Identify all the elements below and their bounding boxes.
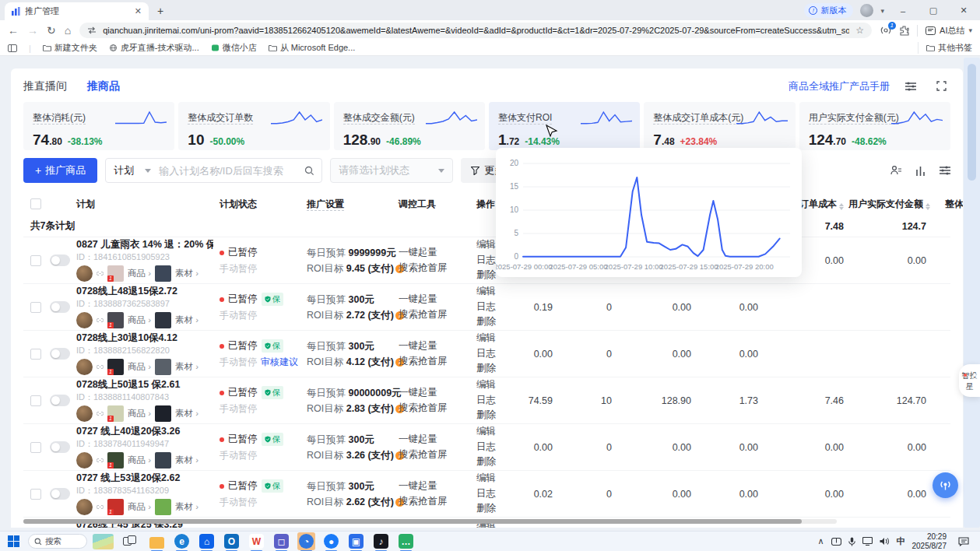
plan-title[interactable]: 0728线上48退15保2.72 [76, 286, 213, 298]
col-header-metric-5[interactable]: 用户实际支付金额 [848, 198, 931, 211]
profile-chevron-icon[interactable]: ▾ [880, 7, 884, 15]
metric-card[interactable]: 整体消耗(元) 74.80 -38.13% [23, 102, 174, 150]
bookmark-item[interactable]: 从 Microsoft Edge... [269, 42, 356, 54]
op-link[interactable]: 编辑 [476, 331, 511, 346]
product-link[interactable]: 商品 › [128, 314, 151, 325]
bookmark-item[interactable]: 新建文件夹 [43, 42, 97, 54]
plan-status-select[interactable]: 请筛选计划状态 [330, 158, 453, 183]
row-checkbox[interactable] [30, 442, 41, 453]
address-bar[interactable]: qianchuan.jinritemai.com/uni-prom?aavid=… [79, 23, 872, 38]
row-enable-toggle[interactable] [50, 348, 70, 360]
row-checkbox[interactable] [30, 255, 41, 266]
material-link[interactable]: 素材 › [175, 454, 198, 465]
plan-title[interactable]: 0728线上30退10保4.12 [76, 332, 213, 345]
row-enable-toggle[interactable] [50, 301, 70, 313]
tool-link[interactable]: 一键起量 [399, 432, 476, 447]
weather-widget[interactable] [93, 534, 114, 549]
op-link[interactable]: 编辑 [476, 377, 511, 392]
new-tab-button[interactable]: + [152, 2, 169, 19]
tool-link[interactable]: 搜索抢首屏 [399, 447, 476, 462]
material-link[interactable]: 素材 › [175, 314, 198, 325]
review-suggestion-link[interactable]: 审核建议 [261, 356, 298, 367]
tool-link[interactable]: 一键起量 [399, 245, 476, 260]
columns-chart-icon[interactable] [915, 166, 926, 176]
product-manual-link[interactable]: 商品全域推广产品手册 [789, 79, 890, 93]
taskbar-app-app-blue[interactable]: ▣ [347, 532, 365, 550]
col-header-metric-6[interactable]: 整体 [931, 198, 963, 211]
home-button[interactable]: ⌂ [65, 25, 71, 36]
vertical-scrollbar-thumb[interactable] [968, 64, 976, 181]
op-link[interactable]: 日志 [476, 440, 511, 454]
taskbar-app-file-explorer[interactable] [148, 532, 166, 550]
op-link[interactable]: 日志 [476, 393, 511, 408]
taskbar-app-douyin[interactable]: ♪ [372, 532, 390, 550]
row-checkbox[interactable] [30, 395, 41, 406]
sort-icon[interactable] [926, 203, 930, 210]
forward-button[interactable]: → [27, 25, 38, 36]
row-enable-toggle[interactable] [50, 395, 70, 406]
column-settings-icon[interactable] [940, 166, 950, 175]
plan-title[interactable]: 0727 线上40退20保3.26 [76, 426, 213, 438]
promote-product-button[interactable]: +推广商品 [23, 158, 97, 183]
taskbar-search[interactable]: 搜索 [28, 534, 87, 549]
notification-extension-icon[interactable]: 1 [880, 25, 891, 36]
tool-link[interactable]: 搜索抢首屏 [399, 494, 476, 509]
taskbar-app-wechat-store[interactable]: … [397, 532, 415, 550]
row-enable-toggle[interactable] [50, 441, 70, 453]
op-link[interactable]: 编辑 [476, 424, 511, 439]
touchpad-icon[interactable] [831, 538, 841, 546]
row-checkbox[interactable] [30, 302, 41, 313]
other-bookmarks-button[interactable]: 其他书签 [918, 42, 972, 54]
taskbar-app-app-blue-dot[interactable]: ● [322, 532, 340, 550]
row-enable-toggle[interactable] [50, 488, 70, 500]
search-scope-select[interactable]: 计划 [106, 163, 159, 177]
product-link[interactable]: 商品 › [128, 501, 151, 512]
op-link[interactable]: 编辑 [476, 471, 511, 486]
assistant-widget[interactable]: 智投星 [959, 364, 980, 397]
taskbar-app-app-purple[interactable]: ◻ [272, 532, 290, 550]
row-checkbox[interactable] [30, 349, 41, 360]
taskbar-app-outlook[interactable]: O [223, 532, 241, 550]
tool-link[interactable]: 搜索抢首屏 [399, 261, 476, 276]
select-all-checkbox[interactable] [30, 198, 41, 209]
taskbar-app-edge-browser[interactable]: e [173, 532, 191, 550]
window-restore-button[interactable]: ▢ [922, 5, 945, 16]
new-version-button[interactable]: !新版本 [804, 3, 853, 18]
taskbar-app-microsoft-store[interactable]: ⌂ [198, 532, 216, 550]
plan-title[interactable]: 0827 儿童雨衣 14% 退：20% 保：9.92 [76, 239, 213, 251]
vertical-scrollbar[interactable] [964, 58, 980, 528]
bookmark-item[interactable]: 虎牙直播-技术驱动... [109, 42, 199, 54]
tool-link[interactable]: 一键起量 [399, 385, 476, 400]
microphone-icon[interactable] [848, 537, 855, 546]
fullscreen-icon[interactable] [932, 77, 950, 96]
tray-chevron-up-icon[interactable]: ∧ [817, 536, 824, 546]
product-link[interactable]: 商品 › [128, 361, 151, 372]
op-link[interactable]: 删除 [476, 314, 511, 329]
extensions-puzzle-icon[interactable] [899, 26, 909, 36]
tool-link[interactable]: 搜索抢首屏 [399, 354, 476, 369]
product-link[interactable]: 商品 › [128, 454, 151, 465]
page-tab-推直播间[interactable]: 推直播间 [23, 79, 67, 93]
tool-link[interactable]: 一键起量 [399, 339, 476, 353]
taskbar-app-qianchuan-browser[interactable]: ◔ [297, 532, 315, 550]
side-panel-icon[interactable] [8, 44, 17, 53]
display-settings-icon[interactable] [901, 77, 920, 96]
ime-indicator[interactable]: 中 [897, 535, 905, 547]
op-link[interactable]: 日志 [476, 486, 511, 501]
material-link[interactable]: 素材 › [175, 268, 198, 279]
ai-summary-button[interactable]: AI总结 ▾ [917, 25, 972, 37]
op-link[interactable]: 删除 [476, 408, 511, 423]
notification-center-icon[interactable] [958, 537, 969, 546]
taskbar-clock[interactable]: 20:29 2025/8/27 [912, 532, 947, 550]
page-tab-推商品[interactable]: 推商品 [87, 79, 120, 93]
task-view-button[interactable] [123, 535, 136, 547]
tool-link[interactable]: 一键起量 [399, 479, 476, 493]
taskbar-app-wps-office[interactable]: W [248, 532, 265, 550]
window-close-button[interactable]: ✕ [952, 5, 975, 16]
row-enable-toggle[interactable] [50, 254, 70, 266]
metric-card[interactable]: 整体支付ROI 1.72 -14.43% [489, 102, 640, 150]
op-link[interactable]: 日志 [476, 300, 511, 314]
search-icon[interactable] [297, 166, 321, 176]
bookmark-star-icon[interactable]: ☆ [855, 25, 864, 36]
op-link[interactable]: 编辑 [476, 284, 511, 299]
